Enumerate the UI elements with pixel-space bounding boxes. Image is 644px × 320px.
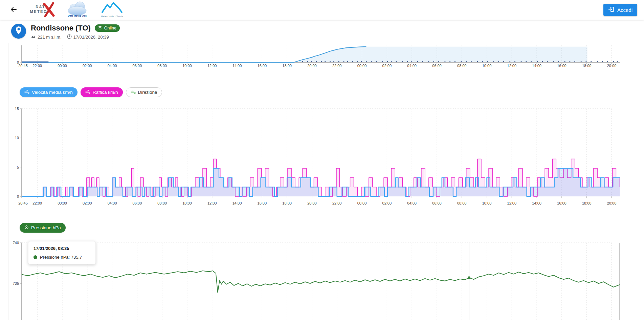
legend-chip-wind-direction[interactable]: Direzione [126,87,162,97]
gauge-icon [24,225,29,231]
x-tick-label: 20:00 [607,64,617,68]
x-tick-label: 12:00 [507,201,517,205]
x-tick-label: 06:00 [432,201,442,205]
rain-rate-dot [347,61,348,62]
x-tick-label: 04:00 [108,64,117,68]
x-tick-label: 04:00 [108,201,117,205]
rain-rate-dot [487,61,488,62]
rain-rate-dot [438,61,439,62]
y-tick-label: 735 [13,281,19,285]
rain-rate-dot [493,61,494,62]
x-tick-label: 04:00 [407,201,417,205]
x-tick-label: 18:00 [582,64,592,68]
x-tick-label: 20:45 [18,64,28,68]
rain-rate-dot [391,61,392,62]
x-tick-label: 18:00 [582,201,592,205]
y-tick-label: 10 [15,136,19,140]
rain-rate-dot [338,61,339,62]
legend-chip-pressure[interactable]: Pressione hPa [20,223,66,233]
logo-dati-meteo-asti[interactable]: Dati Meteo Asti [66,1,89,18]
rain-rate-dot [607,61,608,62]
rain-rate-dot [547,61,548,62]
logo-meteo-valle-daosta[interactable]: Meteo Valle d'Aosta [101,1,123,18]
rain-rate-dot [402,61,403,62]
rain-rate-dot [449,61,450,62]
station-header: Rondissone (TO) Online 221 m s.l.m. [11,24,120,40]
x-tick-label: 14:00 [232,201,242,205]
x-tick-label: 00:00 [58,64,67,68]
logo-caption: Dati Meteo Asti [68,14,87,17]
arrow-left-icon [9,5,18,15]
rain-rate-dot [466,61,467,62]
rain-rate-dot [396,61,397,62]
wind-chart[interactable]: 20:4522:0000:0002:0004:0006:0008:0010:00… [0,102,644,208]
station-name: Rondissone (TO) [31,24,91,33]
wind-legend: Velocità media km/h Raffica km/h Direzio… [20,87,162,97]
rain-cumulative-area [22,47,587,62]
rain-rate-dot [509,61,510,62]
rain-rate-dot [428,61,429,62]
rain-rate-dot [387,61,388,62]
x-tick-label: 10:00 [182,64,192,68]
rain-rate-dot [445,61,446,62]
app-bar: DATI METEO Dati Meteo Asti [0,0,644,20]
x-tick-label: 06:00 [133,64,142,68]
x-tick-label: 22:00 [32,201,42,205]
x-tick-label: 22:00 [332,64,342,68]
rain-rate-dot [382,61,383,62]
rain-rate-dot [325,61,326,62]
x-tick-label: 20:00 [307,64,317,68]
x-tick-label: 10:00 [482,64,492,68]
x-tick-label: 16:00 [258,64,267,68]
rain-chart[interactable]: 20:4522:0000:0002:0004:0006:0008:0010:00… [0,43,644,71]
x-tick-label: 20:45 [18,201,28,205]
chart-tooltip: 17/01/2026, 08:35 Pressione hPa: 735.7 [28,241,96,264]
back-button[interactable] [7,3,20,17]
pressure-chart[interactable]: 735740 [0,237,644,320]
rain-rate-dot [352,61,353,62]
rain-rate-dot [407,61,408,62]
rain-rate-dot [521,61,522,62]
rain-rate-dot [597,61,598,62]
legend-chip-wind-avg[interactable]: Velocità media km/h [20,87,77,97]
clock-icon [67,34,72,40]
x-tick-label: 08:00 [457,201,467,205]
rain-rate-dot [526,61,527,62]
x-tick-label: 02:00 [83,201,92,205]
y-tick-label: 5 [17,165,19,169]
rain-rate-dot [302,61,303,62]
rain-rate-dot [376,61,377,62]
x-tick-label: 04:00 [407,64,417,68]
logo-caption: Meteo Valle d'Aosta [101,15,123,18]
rain-rate-dot [482,61,483,62]
rain-rate-dot [343,61,345,62]
y-tick-label: 15 [15,107,19,111]
x-tick-label: 00:00 [58,201,67,205]
rain-rate-dot [422,61,423,62]
rain-rate-dot [417,61,418,62]
rain-rate-dot [581,61,582,62]
map-pin-icon [15,26,23,36]
rain-rate-dot [366,61,367,62]
x-tick-label: 02:00 [83,64,92,68]
legend-chip-wind-gust[interactable]: Raffica km/h [81,87,123,97]
x-tick-label: 16:00 [557,64,567,68]
x-tick-label: 12:00 [507,64,517,68]
x-tick-label: 06:00 [432,64,442,68]
login-button[interactable]: Accedi [603,4,637,16]
rain-rate-dot [311,61,312,62]
rain-rate-dot [564,61,565,62]
rain-rate-dot [477,61,478,62]
y-tick-label: 0 [17,194,19,198]
rain-rate-dot [586,61,587,62]
rain-rate-dot [471,61,472,62]
red-x-mark-icon [42,2,55,19]
rain-rate-dot [316,61,317,62]
x-tick-label: 12:00 [207,64,217,68]
rain-rate-dot [461,61,462,62]
dati-meteo-x-logo[interactable]: DATI METEO [23,2,54,18]
legend-chip-label: Direzione [138,90,157,95]
x-tick-label: 06:00 [133,201,142,205]
x-tick-label: 00:00 [357,64,367,68]
y-tick-label: 740 [13,241,19,245]
